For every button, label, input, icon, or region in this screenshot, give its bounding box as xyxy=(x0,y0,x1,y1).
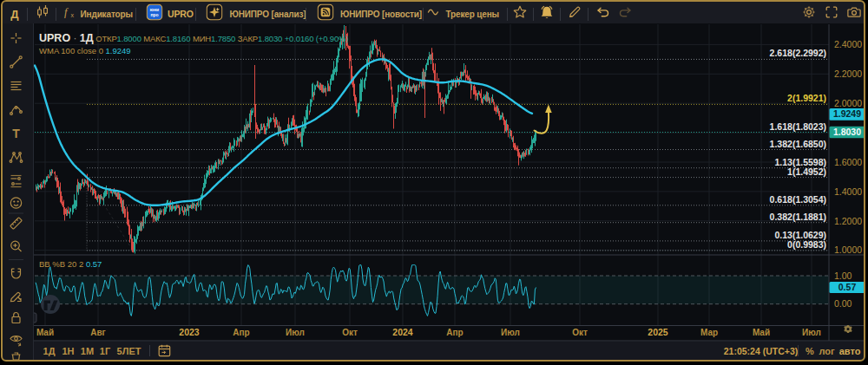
svg-text:Мар: Мар xyxy=(700,328,718,337)
svg-text:2.2000: 2.2000 xyxy=(834,68,862,79)
svg-text:2025: 2025 xyxy=(648,327,668,337)
svg-text:Авг: Авг xyxy=(90,328,106,337)
svg-text:2.0000: 2.0000 xyxy=(834,98,862,108)
svg-text:BB %B 20 2 0.57: BB %B 20 2 0.57 xyxy=(39,258,102,268)
svg-text:1.00: 1.00 xyxy=(834,270,852,281)
svg-text:1(1.4952): 1(1.4952) xyxy=(787,166,826,177)
svg-text:0.00: 0.00 xyxy=(834,298,852,309)
svg-text:Апр: Апр xyxy=(233,328,249,337)
svg-text:0.57: 0.57 xyxy=(838,282,857,292)
svg-text:2.618(2.2992): 2.618(2.2992) xyxy=(770,48,826,58)
svg-text:Май: Май xyxy=(753,328,770,337)
svg-text:Июл: Июл xyxy=(501,328,520,337)
svg-text:f: f xyxy=(64,6,69,18)
svg-text:2023: 2023 xyxy=(179,327,200,337)
svg-text:Окт: Окт xyxy=(572,328,588,337)
svg-text:T: T xyxy=(12,127,20,140)
svg-text:Июл: Июл xyxy=(802,328,821,337)
svg-text:0(0.9983): 0(0.9983) xyxy=(787,239,826,250)
svg-text:Июл: Июл xyxy=(286,328,305,337)
svg-text:0.618(1.3054): 0.618(1.3054) xyxy=(770,194,826,205)
svg-text:x: x xyxy=(71,12,75,18)
svg-text:1.4000: 1.4000 xyxy=(834,186,862,197)
svg-text:2(1.9921): 2(1.9921) xyxy=(787,93,826,103)
svg-text:1.382(1.6850): 1.382(1.6850) xyxy=(770,139,826,149)
svg-text:1.9249: 1.9249 xyxy=(833,108,861,119)
svg-text:1.8030: 1.8030 xyxy=(833,127,861,137)
svg-text:1.2000: 1.2000 xyxy=(834,216,862,226)
svg-text:0.382(1.1881): 0.382(1.1881) xyxy=(770,212,826,222)
svg-text:1.0000: 1.0000 xyxy=(834,244,862,255)
svg-text:2024: 2024 xyxy=(392,327,413,337)
svg-text:Май: Май xyxy=(36,328,54,337)
svg-text:1.6000: 1.6000 xyxy=(834,157,862,167)
svg-text:Окт: Окт xyxy=(342,328,358,337)
svg-text:про: про xyxy=(150,12,158,17)
svg-text:WMA 100 close 0 1.9249: WMA 100 close 0 1.9249 xyxy=(39,45,131,55)
svg-text:1.618(1.8023): 1.618(1.8023) xyxy=(770,121,826,132)
svg-text:UPRO · 1Д ОТКР1.8000 МАКС1.816: UPRO · 1Д ОТКР1.8000 МАКС1.8160 МИН1.785… xyxy=(39,32,348,44)
svg-text:2.4000: 2.4000 xyxy=(834,39,862,49)
svg-text:Апр: Апр xyxy=(446,328,463,337)
